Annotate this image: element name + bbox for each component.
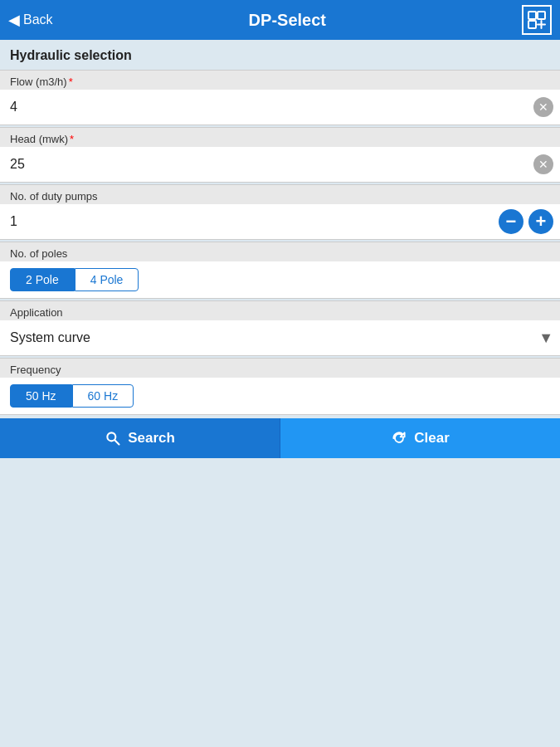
duty-pumps-field-group: No. of duty pumps 1 − + — [0, 184, 560, 240]
head-label: Head (mwk) * — [0, 128, 560, 147]
flow-input[interactable] — [7, 93, 533, 121]
svg-rect-0 — [528, 12, 536, 19]
head-input[interactable] — [7, 150, 533, 178]
duty-pumps-increment-button[interactable]: + — [528, 209, 553, 234]
application-value: System curve — [7, 324, 538, 352]
clear-button[interactable]: Clear — [280, 418, 560, 458]
duty-pumps-decrement-button[interactable]: − — [499, 209, 523, 234]
application-field-group: Application System curve ▼ — [0, 300, 560, 356]
search-button-label: Search — [128, 430, 175, 447]
poles-field-group: No. of poles 2 Pole 4 Pole — [0, 242, 560, 299]
poles-label: No. of poles — [0, 242, 560, 261]
svg-rect-2 — [528, 21, 536, 28]
application-label: Application — [0, 301, 560, 320]
page-content: Hydraulic selection Flow (m3/h) * ✕ Head… — [0, 40, 560, 458]
refresh-icon — [391, 430, 407, 447]
header: ◀ Back DP-Select — [0, 0, 560, 40]
flow-clear-button[interactable]: ✕ — [533, 97, 553, 117]
section-title: Hydraulic selection — [0, 40, 560, 70]
frequency-field-group: Frequency 50 Hz 60 Hz — [0, 358, 560, 415]
action-buttons-row: Search Clear — [0, 418, 560, 458]
flow-required-marker: * — [69, 76, 73, 88]
head-field-group: Head (mwk) * ✕ — [0, 127, 560, 183]
clear-button-label: Clear — [414, 430, 450, 447]
poles-2pole-button[interactable]: 2 Pole — [10, 268, 75, 291]
duty-pumps-stepper-row: 1 − + — [0, 204, 560, 239]
flow-field-group: Flow (m3/h) * ✕ — [0, 70, 560, 125]
poles-4pole-button[interactable]: 4 Pole — [75, 268, 139, 291]
poles-toggle-row: 2 Pole 4 Pole — [0, 261, 560, 298]
duty-pumps-label: No. of duty pumps — [0, 185, 560, 204]
svg-line-4 — [114, 440, 119, 444]
page-title-header: DP-Select — [53, 11, 522, 30]
duty-pumps-value: 1 — [7, 208, 494, 236]
flow-label: Flow (m3/h) * — [0, 71, 560, 90]
back-button[interactable]: ◀ Back — [8, 11, 53, 29]
frequency-toggle-row: 50 Hz 60 Hz — [0, 378, 560, 414]
head-clear-button[interactable]: ✕ — [533, 154, 553, 174]
dropdown-chevron-icon: ▼ — [538, 330, 553, 347]
head-required-marker: * — [70, 133, 74, 145]
app-icon[interactable] — [522, 5, 552, 35]
search-button[interactable]: Search — [0, 418, 280, 458]
search-icon — [105, 430, 121, 447]
back-chevron-icon: ◀ — [8, 11, 20, 29]
frequency-50hz-button[interactable]: 50 Hz — [10, 384, 72, 408]
head-input-row: ✕ — [0, 147, 560, 182]
svg-rect-1 — [538, 12, 545, 19]
application-dropdown-row[interactable]: System curve ▼ — [0, 320, 560, 355]
flow-input-row: ✕ — [0, 90, 560, 124]
frequency-60hz-button[interactable]: 60 Hz — [72, 384, 134, 408]
frequency-label: Frequency — [0, 359, 560, 378]
back-label: Back — [23, 12, 53, 27]
